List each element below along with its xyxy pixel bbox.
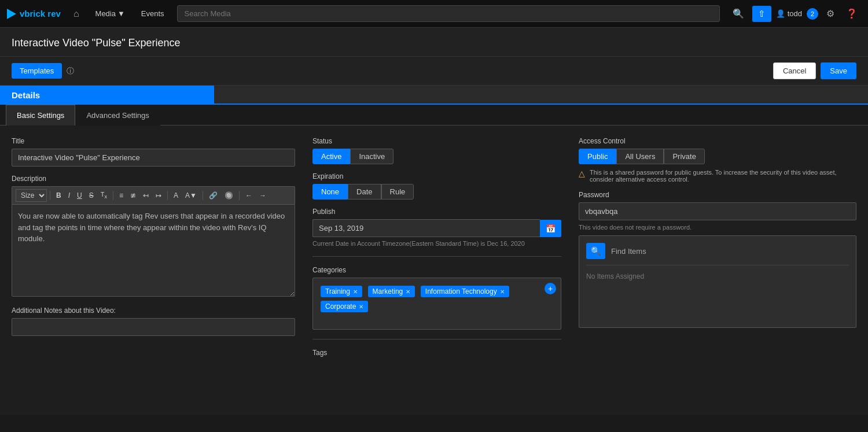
redo-button[interactable]: → — [256, 190, 269, 201]
category-tag-marketing: Marketing ✕ — [368, 286, 415, 297]
notes-input[interactable] — [12, 318, 295, 336]
add-category-button[interactable]: + — [545, 283, 556, 294]
navbar: vbrick rev ⌂ Media ▼ Events 🔍 ⇧ 👤 todd 2… — [0, 0, 868, 28]
category-tag-training: Training ✕ — [321, 286, 362, 297]
find-items-box: 🔍 Find Items No Items Assigned — [579, 235, 856, 328]
page-title: Interactive Video "Pulse" Experience — [12, 37, 856, 49]
description-field-group: Description Size B I U S Tx ≡ ≢ ↤ ↦ A A▼ — [12, 175, 295, 298]
categories-label: Categories — [312, 266, 561, 274]
details-bar: Details — [0, 86, 868, 105]
unlink-button[interactable]: 🔘 — [222, 190, 236, 201]
format-clear-button[interactable]: Tx — [98, 190, 110, 201]
title-field-group: Title — [12, 137, 295, 167]
access-control-btn-group: Public All Users Private — [579, 149, 856, 164]
remove-training-button[interactable]: ✕ — [353, 289, 358, 295]
notes-label: Additional Notes about this Video: — [12, 307, 295, 315]
access-warning: △ This is a shared password for public g… — [579, 169, 856, 183]
outdent-button[interactable]: ↤ — [140, 190, 152, 201]
search-icon-button[interactable]: 🔍 — [729, 6, 748, 21]
toolbar: Templates ⓘ Cancel Save — [0, 57, 868, 86]
indent-button[interactable]: ↦ — [153, 190, 164, 201]
page-header: Interactive Video "Pulse" Experience — [0, 28, 868, 57]
nav-right: 🔍 ⇧ 👤 todd 2 ⚙ ❓ — [729, 6, 861, 22]
main-content: Title Description Size B I U S Tx ≡ ≢ ↤ … — [0, 125, 868, 415]
upload-button[interactable]: ⇧ — [752, 6, 771, 22]
find-items-label[interactable]: Find Items — [611, 247, 646, 256]
middle-column: Status Active Inactive Expiration None D… — [312, 137, 561, 403]
templates-button[interactable]: Templates — [12, 63, 62, 79]
expiration-none-button[interactable]: None — [312, 184, 348, 200]
expiration-btn-group: None Date Rule — [312, 184, 561, 200]
sep5 — [239, 191, 240, 200]
status-inactive-button[interactable]: Inactive — [350, 149, 393, 164]
user-info: 👤 todd — [776, 9, 802, 18]
notification-badge[interactable]: 2 — [807, 8, 818, 20]
access-warning-text: This is a shared password for public gue… — [590, 169, 856, 183]
categories-group: Categories + Training ✕ Marketing ✕ Info… — [312, 266, 561, 330]
title-input[interactable] — [12, 149, 295, 167]
undo-button[interactable]: ← — [242, 190, 255, 201]
remove-it-button[interactable]: ✕ — [500, 289, 505, 295]
info-icon[interactable]: ⓘ — [67, 66, 74, 76]
sep1 — [50, 191, 50, 200]
help-icon-button[interactable]: ❓ — [843, 6, 861, 21]
category-tag-it: Information Technology ✕ — [421, 286, 509, 297]
expiration-date-button[interactable]: Date — [348, 184, 381, 200]
description-textarea[interactable]: You are now able to automatically tag Re… — [12, 204, 295, 297]
italic-button[interactable]: I — [65, 190, 73, 201]
password-group: Password This video does not require a p… — [579, 191, 856, 231]
status-label: Status — [312, 137, 561, 145]
access-allusers-button[interactable]: All Users — [616, 149, 664, 164]
notes-field-group: Additional Notes about this Video: — [12, 307, 295, 336]
publish-row: 📅 — [312, 219, 561, 237]
status-active-button[interactable]: Active — [312, 149, 350, 164]
font-size-select[interactable]: Size — [16, 189, 47, 202]
events-nav-button[interactable]: Events — [138, 7, 168, 20]
publish-note: Current Date in Account Timezone(Eastern… — [312, 240, 561, 247]
bold-button[interactable]: B — [53, 190, 64, 201]
link-button[interactable]: 🔗 — [206, 190, 220, 201]
font-color-button[interactable]: A — [171, 190, 181, 201]
right-column: Access Control Public All Users Private … — [579, 137, 856, 403]
access-control-group: Access Control Public All Users Private … — [579, 137, 856, 183]
access-private-button[interactable]: Private — [664, 149, 704, 164]
divider1 — [312, 256, 561, 257]
access-public-button[interactable]: Public — [579, 149, 616, 164]
logo: vbrick rev — [7, 9, 61, 19]
highlight-button[interactable]: A▼ — [182, 190, 200, 201]
remove-corporate-button[interactable]: ✕ — [359, 304, 363, 310]
strikethrough-button[interactable]: S — [86, 190, 97, 201]
access-control-label: Access Control — [579, 137, 856, 145]
editor-toolbar: Size B I U S Tx ≡ ≢ ↤ ↦ A A▼ 🔗 🔘 — [12, 186, 295, 204]
media-chevron-icon: ▼ — [117, 9, 125, 18]
remove-marketing-button[interactable]: ✕ — [406, 289, 410, 295]
warning-icon: △ — [579, 169, 585, 178]
tags-label: Tags — [312, 349, 561, 357]
password-label: Password — [579, 191, 856, 199]
publish-label: Publish — [312, 208, 561, 216]
description-label: Description — [12, 175, 295, 183]
status-group: Status Active Inactive — [312, 137, 561, 164]
expiration-rule-button[interactable]: Rule — [381, 184, 414, 200]
calendar-button[interactable]: 📅 — [540, 220, 561, 237]
category-tag-corporate: Corporate ✕ — [321, 301, 368, 312]
home-button[interactable]: ⌂ — [70, 6, 83, 21]
logo-icon — [7, 9, 16, 19]
underline-button[interactable]: U — [74, 190, 85, 201]
publish-date-input[interactable] — [312, 219, 540, 237]
media-nav-button[interactable]: Media ▼ — [92, 7, 128, 20]
tab-advanced-settings[interactable]: Advanced Settings — [75, 105, 160, 125]
settings-icon-button[interactable]: ⚙ — [823, 6, 838, 21]
sep4 — [203, 191, 203, 200]
logo-text: vbrick rev — [20, 9, 61, 19]
search-input[interactable] — [177, 5, 720, 22]
tab-basic-settings[interactable]: Basic Settings — [6, 105, 75, 125]
find-items-header: 🔍 Find Items — [586, 243, 849, 265]
ordered-list-button[interactable]: ≡ — [116, 190, 126, 201]
password-input[interactable] — [579, 202, 856, 220]
tabs-container: Basic Settings Advanced Settings — [0, 105, 868, 125]
divider2 — [312, 339, 561, 339]
unordered-list-button[interactable]: ≢ — [127, 190, 139, 201]
cancel-button[interactable]: Cancel — [773, 62, 816, 79]
save-button[interactable]: Save — [821, 62, 856, 79]
